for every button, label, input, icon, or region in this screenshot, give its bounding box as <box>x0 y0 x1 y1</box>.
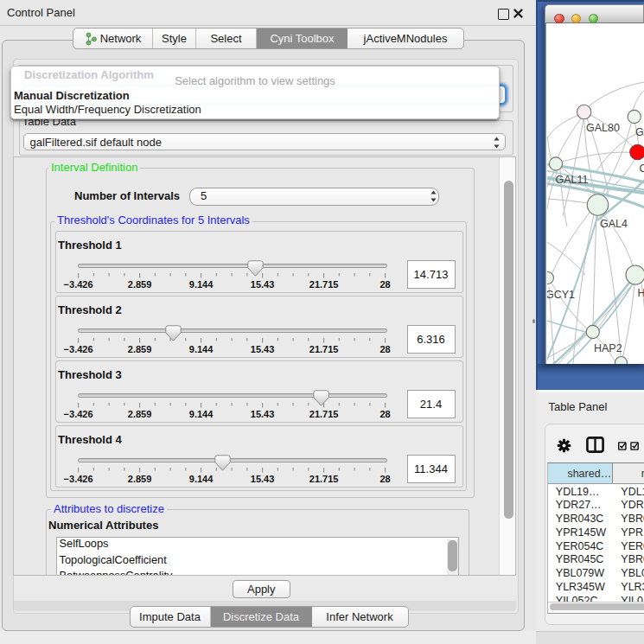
svg-text:C: C <box>640 163 644 175</box>
svg-text:GA: GA <box>635 126 644 138</box>
svg-text:H: H <box>638 287 644 299</box>
svg-text:GAL4: GAL4 <box>600 218 628 230</box>
svg-text:GCY1: GCY1 <box>547 289 575 301</box>
svg-text:GAL80: GAL80 <box>586 122 620 134</box>
svg-text:GAL11: GAL11 <box>556 174 589 186</box>
svg-text:HAP2: HAP2 <box>594 342 622 354</box>
